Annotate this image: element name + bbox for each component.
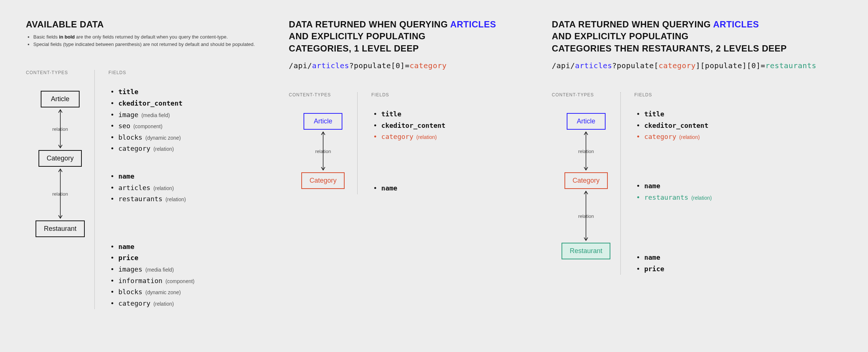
columns: CONTENT-TYPES Article relation Category: [26, 70, 267, 309]
field-name: category: [381, 133, 413, 140]
field-name: price: [118, 254, 138, 262]
field-item: category(relation): [373, 131, 529, 143]
relation-label: relation: [51, 125, 70, 132]
field-list-article: titleckeditor_contentcategory(relation): [636, 109, 842, 143]
field-name: category: [644, 133, 676, 140]
columns: CONTENT-TYPES Article relation Category: [552, 92, 842, 275]
field-meta: (component): [165, 278, 195, 284]
col-content-types: CONTENT-TYPES Article relation Category: [552, 92, 620, 275]
field-item: name: [110, 171, 267, 182]
field-name: restaurants: [644, 193, 688, 201]
field-item: name: [636, 180, 842, 192]
col-header: CONTENT-TYPES: [289, 92, 331, 97]
entity-restaurant: Restaurant: [562, 243, 610, 259]
col-fields: FIELDS titleckeditor_contentimage(media …: [94, 70, 267, 309]
sub-line: Basic fields in bold are the only fields…: [33, 33, 267, 41]
field-name: price: [644, 265, 664, 273]
field-item: category(relation): [110, 298, 267, 309]
field-name: ckeditor_content: [381, 122, 445, 129]
field-item: images(media field): [110, 264, 267, 275]
columns: CONTENT-TYPES Article relation Category …: [289, 92, 529, 194]
field-list-category: namerestaurants(relation): [636, 180, 842, 203]
entity-category: Category: [38, 150, 82, 167]
api-query: /api/articles?populate[0]=category: [289, 61, 529, 70]
field-name: blocks: [118, 288, 143, 296]
col-content-types: CONTENT-TYPES Article relation Category: [26, 70, 94, 309]
relation-label: relation: [577, 212, 596, 219]
field-name: ckeditor_content: [118, 99, 182, 107]
field-item: price: [636, 263, 842, 275]
field-item: ckeditor_content: [373, 120, 529, 132]
relation-label: relation: [51, 190, 70, 197]
field-item: title: [636, 109, 842, 120]
field-meta: (relation): [679, 134, 700, 140]
entity-category: Category: [301, 172, 345, 189]
relation-connector: relation: [582, 189, 590, 243]
field-item: ckeditor_content: [636, 120, 842, 132]
entity-article: Article: [304, 113, 342, 130]
panel-populate-2-levels: DATA RETURNED WHEN QUERYING ARTICLES AND…: [552, 19, 842, 309]
field-item: name: [110, 241, 267, 253]
field-meta: (component): [133, 123, 162, 129]
col-header: FIELDS: [371, 92, 529, 97]
field-item: articles(relation): [110, 182, 267, 194]
field-meta: (relation): [153, 185, 174, 191]
field-name: seo: [118, 122, 131, 130]
field-name: title: [381, 110, 401, 118]
field-name: articles: [118, 184, 151, 192]
field-item: information(component): [110, 275, 267, 287]
entity-restaurant: Restaurant: [36, 220, 84, 237]
field-meta: (media field): [141, 112, 170, 118]
col-header: CONTENT-TYPES: [552, 92, 594, 97]
field-meta: (relation): [691, 195, 712, 201]
panel-title: DATA RETURNED WHEN QUERYING ARTICLES AND…: [289, 19, 529, 54]
field-meta: (media field): [145, 267, 174, 273]
panel-title: DATA RETURNED WHEN QUERYING ARTICLES AND…: [552, 19, 842, 54]
relation-connector: relation: [57, 167, 64, 220]
field-item: blocks(dynamic zone): [110, 286, 267, 298]
field-item: seo(component): [110, 120, 267, 132]
relation-connector: relation: [57, 107, 64, 150]
entity-category: Category: [564, 172, 608, 189]
field-name: ckeditor_content: [644, 122, 708, 129]
field-item: title: [110, 86, 267, 98]
field-meta: (relation): [165, 196, 186, 202]
sub-line: Special fields (type indicated between p…: [33, 41, 267, 48]
panel-title: AVAILABLE DATA: [26, 19, 267, 30]
field-list-article: titleckeditor_contentcategory(relation): [373, 109, 529, 143]
entity-article: Article: [41, 91, 80, 107]
field-name: name: [118, 172, 134, 180]
panel-available-data: AVAILABLE DATA Basic fields in bold are …: [26, 19, 267, 309]
field-item: category(relation): [110, 143, 267, 155]
field-item: restaurants(relation): [110, 193, 267, 205]
col-header: FIELDS: [108, 70, 267, 75]
field-name: restaurants: [118, 195, 162, 203]
field-name: image: [118, 111, 138, 119]
field-item: ckeditor_content: [110, 98, 267, 109]
field-name: blocks: [118, 133, 143, 141]
field-meta: (dynamic zone): [145, 289, 181, 295]
field-name: category: [118, 145, 151, 152]
field-item: name: [636, 252, 842, 263]
field-name: name: [644, 253, 660, 261]
relation-connector: relation: [582, 130, 590, 172]
field-list-category: namearticles(relation)restaurants(relati…: [110, 171, 267, 205]
field-meta: (relation): [416, 134, 437, 140]
field-list-restaurant: namepriceimages(media field)information(…: [110, 241, 267, 309]
field-name: title: [118, 88, 138, 96]
field-meta: (relation): [153, 301, 174, 307]
panel-subtext: Basic fields in bold are the only fields…: [26, 33, 267, 48]
field-item: price: [110, 252, 267, 264]
col-fields: FIELDS titleckeditor_contentcategory(rel…: [357, 92, 529, 194]
field-item: category(relation): [636, 131, 842, 143]
field-name: name: [644, 182, 660, 190]
field-name: information: [118, 277, 162, 285]
diagram-stage: AVAILABLE DATA Basic fields in bold are …: [0, 0, 868, 328]
field-meta: (relation): [153, 146, 174, 152]
field-list-restaurant: nameprice: [636, 252, 842, 275]
panel-populate-1-level: DATA RETURNED WHEN QUERYING ARTICLES AND…: [289, 19, 529, 309]
col-content-types: CONTENT-TYPES Article relation Category: [289, 92, 357, 194]
relation-label: relation: [577, 147, 596, 155]
field-meta: (dynamic zone): [145, 135, 181, 141]
col-header: FIELDS: [634, 92, 842, 97]
